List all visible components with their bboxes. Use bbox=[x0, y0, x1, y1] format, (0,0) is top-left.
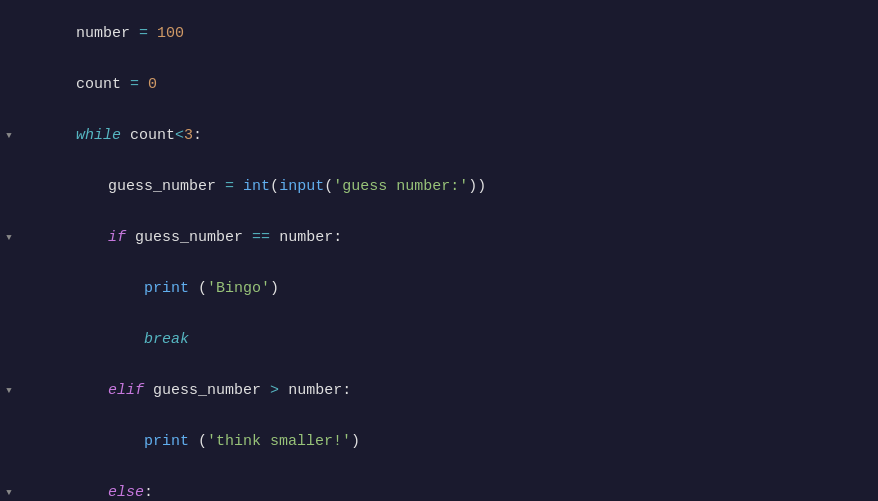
gutter-5: ▼ bbox=[0, 233, 18, 243]
line-content-8: elif guess_number > number: bbox=[18, 365, 878, 416]
fold-marker-10: ▼ bbox=[6, 488, 11, 498]
fold-marker-5: ▼ bbox=[6, 233, 11, 243]
code-editor: number = 100 count = 0 ▼ while count<3: … bbox=[0, 0, 878, 501]
line-content-5: if guess_number == number: bbox=[18, 212, 878, 263]
gutter-8: ▼ bbox=[0, 386, 18, 396]
code-line-10: ▼ else: bbox=[0, 467, 878, 501]
line-content-1: number = 100 bbox=[18, 8, 878, 59]
line-content-2: count = 0 bbox=[18, 59, 878, 110]
fold-marker-3: ▼ bbox=[6, 131, 11, 141]
line-content-10: else: bbox=[18, 467, 878, 501]
line-content-9: print ('think smaller!') bbox=[18, 416, 878, 467]
fold-marker-8: ▼ bbox=[6, 386, 11, 396]
code-line-5: ▼ if guess_number == number: bbox=[0, 212, 878, 263]
code-line-4: guess_number = int(input('guess number:'… bbox=[0, 161, 878, 212]
code-line-7: break bbox=[0, 314, 878, 365]
code-line-2: count = 0 bbox=[0, 59, 878, 110]
line-content-7: break bbox=[18, 314, 878, 365]
gutter-10: ▼ bbox=[0, 488, 18, 498]
code-line-9: print ('think smaller!') bbox=[0, 416, 878, 467]
gutter-3: ▼ bbox=[0, 131, 18, 141]
code-line-3: ▼ while count<3: bbox=[0, 110, 878, 161]
code-line-6: print ('Bingo') bbox=[0, 263, 878, 314]
var-count-while: count bbox=[130, 127, 175, 144]
kw-while: while bbox=[76, 127, 121, 144]
var-number: number bbox=[76, 25, 130, 42]
line-content-6: print ('Bingo') bbox=[18, 263, 878, 314]
code-line-8: ▼ elif guess_number > number: bbox=[0, 365, 878, 416]
var-count: count bbox=[76, 76, 121, 93]
line-content-4: guess_number = int(input('guess number:'… bbox=[18, 161, 878, 212]
code-line-1: number = 100 bbox=[0, 8, 878, 59]
line-content-3: while count<3: bbox=[18, 110, 878, 161]
